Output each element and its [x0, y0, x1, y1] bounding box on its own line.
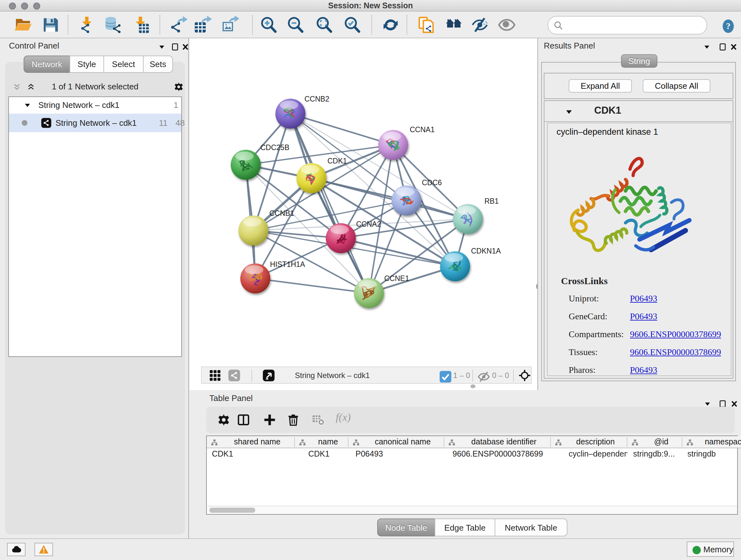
crosslink-link[interactable]: P06493: [630, 312, 657, 322]
show-all-icon[interactable]: [498, 16, 516, 34]
collapse-gene-icon[interactable]: [565, 107, 573, 119]
expand-all-button[interactable]: Expand All: [569, 79, 632, 92]
crosshair-icon[interactable]: [518, 369, 531, 384]
float-window-icon[interactable]: [719, 42, 727, 54]
open-session-icon[interactable]: [14, 16, 32, 34]
export-image-icon[interactable]: [221, 16, 239, 34]
float-window-icon[interactable]: [171, 42, 179, 54]
table-cell[interactable]: 9606.ENSP00000378699: [453, 448, 551, 460]
table-cell[interactable]: P06493: [355, 448, 444, 460]
zoom-selected-icon[interactable]: [343, 16, 361, 34]
tab-edge-table[interactable]: Edge Table: [434, 518, 495, 537]
node-CCNB1[interactable]: CCNB1: [239, 209, 294, 246]
float-menu-icon[interactable]: [703, 42, 711, 54]
gene-card-header[interactable]: CDK1: [544, 101, 733, 122]
crosslink-row: Compartments:9606.ENSP00000378699: [569, 329, 624, 340]
table-cell[interactable]: cyclin–dependent ...: [569, 448, 627, 460]
delete-column-icon[interactable]: [286, 413, 300, 429]
tab-network[interactable]: Network: [23, 56, 70, 73]
network-share-icon[interactable]: [228, 369, 241, 384]
column-header-id[interactable]: @id: [627, 436, 682, 448]
column-header-namespace[interactable]: namespace: [682, 436, 741, 448]
function-builder-icon[interactable]: f(x): [336, 411, 351, 424]
node-CDK1[interactable]: CDK1: [296, 157, 347, 193]
protein-structure-image: [564, 149, 694, 265]
crosslink-link[interactable]: 9606.ENSP00000378699: [630, 329, 721, 340]
network-canvas[interactable]: CCNB2 CCNA1 CDC25B CDK1 CDC6 RB1 CCNB1: [190, 38, 537, 390]
duplicate-network-icon[interactable]: [417, 16, 435, 34]
tab-node-table[interactable]: Node Table: [377, 518, 435, 537]
table-settings-gear-icon[interactable]: [217, 413, 230, 429]
memory-button[interactable]: Memory: [687, 542, 734, 557]
tab-sets[interactable]: Sets: [143, 56, 173, 73]
table-cell[interactable]: CDK1: [308, 448, 348, 460]
column-header-databaseidentifier[interactable]: database identifier: [444, 436, 551, 448]
network-row-selected[interactable]: String Network – cdk1 11 48: [9, 114, 181, 132]
crosslink-link[interactable]: 9606.ENSP00000378699: [630, 348, 721, 358]
refresh-view-icon[interactable]: [382, 16, 400, 34]
close-panel-icon[interactable]: [730, 42, 738, 54]
warning-button[interactable]: [35, 543, 53, 556]
tab-select[interactable]: Select: [104, 56, 144, 73]
column-header-name[interactable]: name: [295, 436, 348, 448]
toolbar-separator: [407, 15, 407, 35]
export-network-icon[interactable]: [170, 16, 188, 34]
network-graph[interactable]: CCNB2 CCNA1 CDC25B CDK1 CDC6 RB1 CCNB1: [190, 38, 537, 390]
gene-name: CDK1: [594, 105, 621, 116]
gear-icon[interactable]: [174, 82, 184, 95]
delete-table-icon[interactable]: [312, 413, 325, 429]
table-cell[interactable]: stringdb:9...: [633, 448, 682, 460]
search-input[interactable]: [548, 16, 707, 35]
network-list-container: 1 of 1 Network selected String Network –…: [5, 62, 185, 535]
table-cell[interactable]: stringdb: [687, 448, 741, 460]
open-in-window-icon[interactable]: [262, 369, 275, 384]
table-scrollbar[interactable]: [207, 506, 737, 513]
column-header-canonicalname[interactable]: canonical name: [348, 436, 444, 448]
hidden-eye-slash-icon[interactable]: [477, 370, 490, 386]
node-CCNA1[interactable]: CCNA1: [378, 125, 434, 160]
status-bar: Memory: [0, 538, 741, 560]
hide-selected-icon[interactable]: [471, 16, 489, 34]
network-collection-row[interactable]: String Network – cdk1 1: [9, 97, 181, 114]
node-CDKN1A[interactable]: CDKN1A: [440, 247, 501, 281]
cloud-button[interactable]: [7, 543, 25, 556]
zoom-in-icon[interactable]: [260, 16, 278, 34]
table-scrollbar-thumb[interactable]: [209, 508, 255, 513]
first-neighbors-icon[interactable]: [445, 16, 463, 34]
tab-style[interactable]: Style: [70, 56, 104, 73]
crosslink-link[interactable]: P06493: [630, 365, 657, 375]
save-session-icon[interactable]: [42, 16, 59, 34]
close-panel-icon[interactable]: [181, 42, 190, 54]
table-cell[interactable]: CDK1: [212, 448, 295, 460]
import-network-from-database-icon[interactable]: [104, 16, 122, 34]
node-table[interactable]: shared namenamecanonical namedatabase id…: [206, 435, 738, 515]
horizontal-splitter-handle[interactable]: [470, 384, 475, 388]
tab-string[interactable]: String: [621, 54, 657, 68]
grid-view-icon[interactable]: [209, 369, 221, 384]
collection-label: String Network – cdk1: [38, 100, 119, 110]
import-network-icon[interactable]: [78, 16, 96, 34]
show-columns-icon[interactable]: [237, 413, 250, 429]
column-header-sharedname[interactable]: shared name: [207, 436, 295, 448]
import-table-icon[interactable]: [131, 16, 149, 34]
node-RB1[interactable]: RB1: [453, 197, 499, 234]
crosslink-label: Pharos:: [569, 365, 596, 375]
node-HIST1H1A[interactable]: HIST1H1A: [240, 260, 306, 294]
export-table-icon[interactable]: [194, 16, 212, 34]
network-status-dot: [22, 120, 27, 126]
selected-checkbox-icon[interactable]: [439, 370, 452, 386]
collapse-all-button[interactable]: Collapse All: [643, 79, 711, 92]
add-column-icon[interactable]: [263, 413, 276, 429]
search-icon: [553, 20, 563, 30]
tree-expander-icon[interactable]: [23, 102, 31, 111]
crosslink-link[interactable]: P06493: [630, 294, 657, 304]
tab-network-table[interactable]: Network Table: [495, 518, 567, 537]
float-menu-icon[interactable]: [158, 42, 166, 54]
help-button[interactable]: ?: [721, 17, 735, 33]
column-header-description[interactable]: description: [551, 436, 627, 448]
zoom-fit-icon[interactable]: [315, 16, 333, 34]
network-tree: String Network – cdk1 1 String Network –…: [8, 97, 182, 357]
edge-CCNB2-CCNA1[interactable]: [290, 114, 393, 145]
zoom-out-icon[interactable]: [286, 16, 305, 34]
edge-HIST1H1A-CCNE1[interactable]: [255, 278, 369, 293]
